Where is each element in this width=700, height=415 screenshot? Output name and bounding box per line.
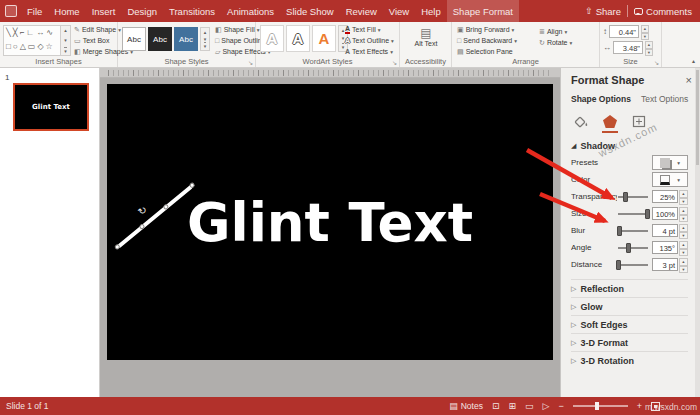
shape-style-preset-3[interactable]: Abc [174, 27, 198, 51]
horizontal-ruler[interactable] [100, 68, 560, 78]
gallery-more-icon[interactable]: ▾ [64, 47, 67, 54]
wordart-preset-1[interactable]: A [260, 25, 284, 52]
edit-shape-button[interactable]: ✎ Edit Shape ▾ [73, 24, 118, 35]
bring-forward-button[interactable]: ▣ Bring Forward ▾ [456, 24, 534, 35]
shape-outline-button[interactable]: □ Shape Outline ▾ [214, 35, 256, 46]
text-outline-button[interactable]: A Text Outline ▾ [344, 35, 398, 46]
gallery-down-icon[interactable]: ▾ [64, 37, 67, 43]
shadow-size-spinner[interactable]: ▴▾ [679, 207, 688, 220]
section-glow[interactable]: ▷ Glow [571, 297, 688, 315]
selection-handle[interactable] [189, 182, 196, 189]
rotate-handle-icon[interactable]: ↻ [136, 204, 149, 218]
shapes-gallery-row-basic[interactable]: □○△▭◇☆ [4, 40, 60, 54]
selection-pane-button[interactable]: ▤ Selection Pane [456, 46, 534, 57]
shape-fill-button[interactable]: ◧ Shape Fill ▾ [214, 24, 256, 35]
send-backward-button[interactable]: □ Send Backward ▾ [456, 35, 534, 46]
zoom-slider-thumb[interactable] [595, 402, 599, 410]
zoom-in-button[interactable]: + [637, 401, 642, 411]
shape-height-field[interactable]: 0.44" [609, 25, 639, 38]
shadow-section-header[interactable]: ◢ Shadow [571, 141, 688, 151]
align-button[interactable]: ≣ Align ▾ [538, 26, 596, 37]
slide[interactable]: Glint Text ↻ [107, 84, 553, 360]
notes-button[interactable]: ▤ Notes [449, 401, 483, 411]
shadow-size-slider[interactable] [618, 213, 648, 215]
zoom-slider[interactable] [573, 405, 628, 407]
tab-transitions[interactable]: Transitions [163, 0, 221, 22]
tab-insert[interactable]: Insert [86, 0, 122, 22]
tab-text-options[interactable]: Text Options [641, 94, 688, 104]
close-pane-button[interactable]: × [686, 74, 692, 86]
selection-handle[interactable] [114, 243, 121, 250]
shadow-color-dropdown[interactable]: ▾ [652, 172, 688, 187]
blur-slider[interactable] [618, 230, 648, 232]
normal-view-button[interactable]: ⊡ [492, 401, 500, 411]
shape-width-field[interactable]: 3.48" [613, 41, 643, 54]
gallery-more-icon[interactable]: ▾ [204, 42, 207, 49]
share-button[interactable]: ⇧ Share [585, 6, 621, 17]
shape-width-spinner[interactable]: ▴▾ [645, 41, 653, 54]
slider-thumb[interactable] [616, 260, 621, 270]
slider-thumb[interactable] [626, 243, 631, 253]
zoom-out-button[interactable]: − [558, 401, 563, 411]
pane-scrollbar[interactable] [695, 68, 700, 397]
transparency-value[interactable]: 25% [652, 190, 678, 203]
wordart-preset-2[interactable]: A [286, 25, 310, 52]
tab-design[interactable]: Design [121, 0, 163, 22]
blur-value[interactable]: 4 pt [652, 224, 678, 237]
angle-slider[interactable] [618, 247, 648, 249]
angle-value[interactable]: 135° [652, 241, 678, 254]
tab-view[interactable]: View [383, 0, 415, 22]
distance-spinner[interactable]: ▴▾ [679, 258, 688, 271]
tab-file[interactable]: File [21, 0, 48, 22]
tab-shape-format[interactable]: Shape Format [447, 0, 519, 22]
slide-thumbnail[interactable]: Glint Text [13, 83, 89, 131]
angle-spinner[interactable]: ▴▾ [679, 241, 688, 254]
merge-shapes-button[interactable]: ◧ Merge Shapes ▾ [73, 46, 118, 57]
slide-text[interactable]: Glint Text [187, 192, 473, 253]
transparency-slider[interactable] [618, 196, 648, 198]
gallery-down-icon[interactable]: ▾ [204, 36, 207, 42]
size-properties-icon[interactable] [631, 111, 647, 133]
comments-button[interactable]: Comments [634, 6, 692, 17]
slider-thumb[interactable] [623, 192, 628, 202]
shape-effects-button[interactable]: ▱ Shape Effects ▾ [214, 46, 256, 57]
section-3d-format[interactable]: ▷ 3-D Format [571, 333, 688, 351]
text-effects-button[interactable]: A Text Effects ▾ [344, 46, 398, 57]
alt-text-button[interactable]: ▤ Alt Text [408, 26, 444, 47]
fit-slide-to-window-icon[interactable] [651, 402, 660, 411]
rotate-button[interactable]: ↻ Rotate ▾ [538, 37, 596, 48]
transparency-spinner[interactable]: ▴▾ [679, 190, 688, 203]
slider-thumb[interactable] [645, 209, 650, 219]
distance-slider[interactable] [618, 264, 648, 266]
shape-style-preset-2[interactable]: Abc [148, 27, 172, 51]
scrollbar-thumb[interactable] [696, 70, 699, 165]
selection-handle[interactable] [162, 203, 169, 210]
effects-icon[interactable] [602, 111, 618, 133]
shape-height-spinner[interactable]: ▴▾ [641, 25, 649, 38]
tab-home[interactable]: Home [48, 0, 85, 22]
section-3d-rotation[interactable]: ▷ 3-D Rotation [571, 351, 688, 369]
blur-spinner[interactable]: ▴▾ [679, 224, 688, 237]
shapes-gallery-scroll[interactable]: ▴ ▾ ▾ [61, 25, 71, 56]
wordart-preset-3[interactable]: A [312, 25, 336, 52]
tab-animations[interactable]: Animations [221, 0, 280, 22]
text-box-button[interactable]: ▭ Text Box [73, 35, 118, 46]
shape-styles-gallery-scroll[interactable]: ▴ ▾ ▾ [200, 27, 210, 51]
fill-and-line-icon[interactable] [573, 111, 589, 133]
text-fill-button[interactable]: A Text Fill ▾ [344, 24, 398, 35]
gallery-up-icon[interactable]: ▴ [64, 27, 67, 33]
reading-view-button[interactable]: ▭ [525, 401, 534, 411]
tab-help[interactable]: Help [415, 0, 447, 22]
shadow-size-value[interactable]: 100% [652, 207, 678, 220]
shapes-gallery-row-lines[interactable]: ╲╳⌐∟↔∿ [4, 26, 60, 40]
selection-handle[interactable] [138, 223, 145, 230]
section-soft-edges[interactable]: ▷ Soft Edges [571, 315, 688, 333]
slider-thumb[interactable] [617, 226, 622, 236]
shadow-presets-dropdown[interactable]: ▾ [652, 155, 688, 170]
gallery-up-icon[interactable]: ▴ [204, 29, 207, 35]
distance-value[interactable]: 3 pt [652, 258, 678, 271]
slideshow-button[interactable]: ▷ [543, 401, 550, 411]
glint-shape[interactable]: ↻ [117, 184, 194, 248]
tab-shape-options[interactable]: Shape Options [571, 94, 631, 104]
section-reflection[interactable]: ▷ Reflection [571, 279, 688, 297]
